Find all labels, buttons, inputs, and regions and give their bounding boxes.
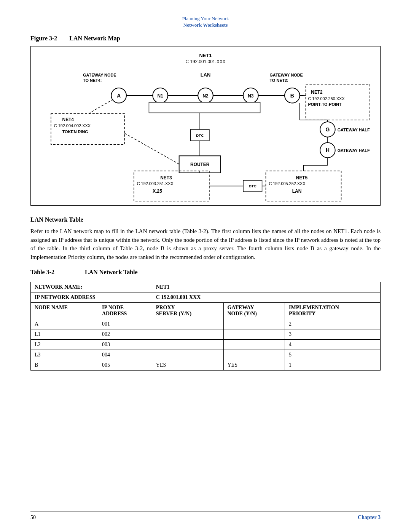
svg-text:LAN: LAN	[201, 72, 210, 78]
footer: 50 Chapter 3	[30, 511, 381, 521]
col-gateway: GATEWAYNODE (Y/N)	[223, 303, 285, 319]
svg-text:ROUTER: ROUTER	[190, 162, 210, 167]
svg-text:GATEWAY NODE: GATEWAY NODE	[269, 73, 303, 77]
table-row: L1 002 3	[31, 329, 381, 340]
page: Planning Your Network Network Worksheets…	[0, 0, 411, 532]
cell-priority: 2	[285, 319, 381, 329]
cell-gateway	[223, 319, 285, 329]
body-text: Refer to the LAN network map to fill in …	[30, 227, 381, 261]
svg-text:H: H	[326, 147, 330, 153]
svg-text:NET5: NET5	[296, 175, 308, 181]
cell-priority: 4	[285, 340, 381, 350]
network-name-row: NETWORK NAME: NET1	[31, 282, 381, 292]
svg-text:GATEWAY HALF: GATEWAY HALF	[338, 148, 370, 153]
breadcrumb: Planning Your Network Network Worksheets	[30, 15, 381, 28]
svg-text:N2: N2	[202, 93, 209, 99]
svg-text:C 192.004.002.XXX: C 192.004.002.XXX	[54, 123, 91, 128]
figure-heading: Figure 3-2 LAN Network Map	[30, 35, 381, 42]
cell-node: B	[31, 360, 98, 371]
table-row: A 001 2	[31, 319, 381, 329]
svg-text:C 192.002.250.XXX: C 192.002.250.XXX	[308, 96, 345, 101]
cell-node: L3	[31, 350, 98, 360]
cell-proxy	[152, 319, 223, 329]
svg-text:C 192.005.252.XXX: C 192.005.252.XXX	[269, 181, 306, 186]
column-header-row: NODE NAME IP NODEADDRESS PROXYSERVER (Y/…	[31, 303, 381, 319]
network-name-label: NETWORK NAME:	[31, 282, 152, 292]
svg-line-29	[89, 99, 113, 114]
ip-address-label: IP NETWORK ADDRESS	[31, 292, 152, 303]
svg-text:G: G	[326, 126, 330, 133]
col-proxy: PROXYSERVER (Y/N)	[152, 303, 223, 319]
cell-gateway	[223, 329, 285, 340]
footer-page: 50	[30, 514, 36, 521]
cell-proxy	[152, 329, 223, 340]
table-row: B 005 YES YES 1	[31, 360, 381, 371]
figure-label: Figure 3-2	[30, 35, 57, 42]
svg-text:C 192.001.001.XXX: C 192.001.001.XXX	[186, 59, 226, 64]
svg-rect-18	[149, 102, 260, 113]
cell-priority: 3	[285, 329, 381, 340]
table-row: L3 004 5	[31, 350, 381, 360]
cell-ip: 001	[98, 319, 152, 329]
col-priority: IMPLEMENTATIONPRIORITY	[285, 303, 381, 319]
cell-priority: 1	[285, 360, 381, 371]
cell-ip: 004	[98, 350, 152, 360]
svg-text:NET2: NET2	[311, 89, 323, 95]
svg-text:DTC: DTC	[249, 184, 256, 188]
footer-chapter: Chapter 3	[358, 514, 381, 521]
svg-text:DTC: DTC	[196, 133, 204, 137]
section-heading: LAN Network Table	[30, 216, 381, 223]
cell-ip: 005	[98, 360, 152, 371]
svg-text:N3: N3	[248, 93, 254, 99]
cell-ip: 002	[98, 329, 152, 340]
svg-text:B: B	[290, 93, 294, 99]
svg-text:NET1: NET1	[199, 53, 212, 58]
svg-text:POINT-TO-POINT: POINT-TO-POINT	[308, 102, 341, 107]
svg-text:NET3: NET3	[160, 175, 172, 181]
col-ip-node: IP NODEADDRESS	[98, 303, 152, 319]
cell-priority: 5	[285, 350, 381, 360]
svg-text:NET4: NET4	[62, 117, 74, 122]
ip-address-row: IP NETWORK ADDRESS C 192.001.001 XXX	[31, 292, 381, 303]
cell-node: A	[31, 319, 98, 329]
cell-proxy	[152, 350, 223, 360]
cell-gateway	[223, 340, 285, 350]
diagram-svg: NET1 C 192.001.001.XXX A N1 N2 N3 B GATE…	[31, 46, 380, 205]
svg-text:X.25: X.25	[153, 189, 162, 194]
cell-gateway: YES	[223, 360, 285, 371]
figure-title: LAN Network Map	[69, 35, 120, 42]
cell-node: L2	[31, 340, 98, 350]
svg-text:A: A	[117, 93, 121, 99]
cell-proxy	[152, 340, 223, 350]
table-title: LAN Network Table	[85, 269, 138, 276]
breadcrumb-current: Network Worksheets	[183, 22, 228, 28]
lan-network-table: NETWORK NAME: NET1 IP NETWORK ADDRESS C …	[30, 282, 381, 371]
cell-proxy: YES	[152, 360, 223, 371]
svg-text:LAN: LAN	[292, 189, 301, 194]
ip-address-value: C 192.001.001 XXX	[152, 292, 380, 303]
svg-text:TO NET4:: TO NET4:	[83, 78, 102, 83]
col-node-name: NODE NAME	[31, 303, 98, 319]
svg-text:C 192.003.251.XXX: C 192.003.251.XXX	[137, 181, 174, 186]
table-row: L2 003 4	[31, 340, 381, 350]
network-diagram: NET1 C 192.001.001.XXX A N1 N2 N3 B GATE…	[30, 46, 381, 206]
svg-text:TOKEN RING: TOKEN RING	[62, 129, 88, 134]
cell-ip: 003	[98, 340, 152, 350]
table-label: Table 3-2	[30, 269, 54, 276]
cell-gateway	[223, 350, 285, 360]
table-heading-row: Table 3-2 LAN Network Table	[30, 269, 381, 279]
svg-text:TO NET2:: TO NET2:	[269, 78, 288, 83]
svg-text:GATEWAY HALF: GATEWAY HALF	[338, 128, 370, 132]
svg-line-30	[124, 133, 179, 164]
svg-text:N1: N1	[158, 93, 164, 99]
breadcrumb-link: Planning Your Network	[182, 16, 229, 21]
cell-node: L1	[31, 329, 98, 340]
network-name-value: NET1	[152, 282, 380, 292]
svg-text:GATEWAY NODE: GATEWAY NODE	[83, 73, 116, 77]
